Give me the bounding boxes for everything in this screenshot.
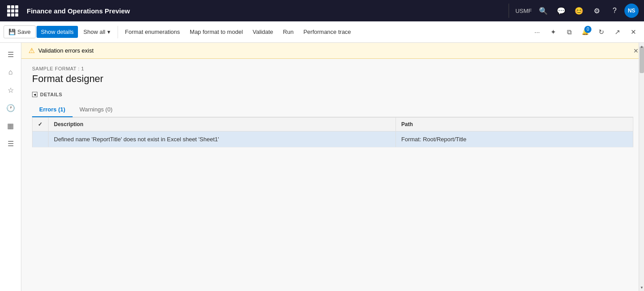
settings-nav-btn[interactable]: ⚙ xyxy=(589,3,605,19)
scrollbar-thumb[interactable] xyxy=(640,46,644,73)
action-bar: 💾 Save Show details Show all ▾ Format en… xyxy=(0,21,644,43)
scroll-up-button[interactable]: ▲ xyxy=(639,43,644,50)
sidebar-workspace-icon[interactable]: ▦ xyxy=(3,118,19,134)
validate-button[interactable]: Validate xyxy=(248,26,277,38)
sidebar-favorites-icon[interactable]: ☆ xyxy=(3,82,19,98)
warning-icon: ⚠ xyxy=(29,46,35,55)
map-format-button[interactable]: Map format to model xyxy=(185,26,247,38)
app-grid-menu[interactable] xyxy=(5,4,20,18)
notification-count: 0 xyxy=(584,26,591,33)
open-in-new-button[interactable]: ⧉ xyxy=(562,25,576,39)
table-header-row: ✓ Description Path xyxy=(33,118,633,131)
path-header: Path xyxy=(401,121,413,127)
top-nav-bar: Finance and Operations Preview USMF 🔍 💬 … xyxy=(0,0,644,21)
top-nav-right: USMF 🔍 💬 😊 ⚙ ? NS xyxy=(515,3,639,19)
app-title: Finance and Operations Preview xyxy=(23,7,502,15)
performance-trace-button[interactable]: Performance trace xyxy=(299,26,355,38)
sidebar-home-icon[interactable]: ⌂ xyxy=(3,64,19,80)
refresh-button[interactable]: ↻ xyxy=(594,25,608,39)
feedback-nav-btn[interactable]: 😊 xyxy=(571,3,587,19)
description-header: Description xyxy=(54,121,83,127)
validate-label: Validate xyxy=(253,29,273,35)
vertical-scrollbar[interactable]: ▲ ▼ xyxy=(639,43,644,291)
chevron-down-icon: ▾ xyxy=(107,29,110,35)
page-content: SAMPLE FORMAT : 1 Format designer ◄ DETA… xyxy=(21,59,644,160)
row-check-cell xyxy=(33,131,49,148)
banner-close-button[interactable]: ✕ xyxy=(633,47,639,54)
run-button[interactable]: Run xyxy=(278,26,298,38)
table-row[interactable]: Defined name 'ReportTitle' does not exis… xyxy=(33,131,633,148)
run-label: Run xyxy=(283,29,293,35)
help-nav-btn[interactable]: ? xyxy=(607,3,623,19)
collapse-icon: ◄ xyxy=(32,92,37,97)
show-all-button[interactable]: Show all ▾ xyxy=(79,26,114,38)
map-format-label: Map format to model xyxy=(190,29,243,35)
performance-trace-label: Performance trace xyxy=(303,29,351,35)
save-label: Save xyxy=(17,29,31,35)
checkmark-icon: ✓ xyxy=(38,121,42,127)
row-description-cell: Defined name 'ReportTitle' does not exis… xyxy=(49,131,396,148)
col-path: Path xyxy=(396,118,633,131)
show-details-label: Show details xyxy=(41,29,74,35)
personalize-button[interactable]: ✦ xyxy=(546,25,560,39)
validation-banner: ⚠ Validation errors exist ✕ xyxy=(21,43,644,59)
error-tabs: Errors (1) Warnings (0) xyxy=(32,102,633,117)
col-check: ✓ xyxy=(33,118,49,131)
notification-button[interactable]: 🔔 0 xyxy=(578,25,592,39)
format-enumerations-button[interactable]: Format enumerations xyxy=(121,26,185,38)
page-title: Format designer xyxy=(32,73,633,85)
grid-icon xyxy=(7,5,18,16)
col-description: Description xyxy=(49,118,396,131)
sidebar-list-icon[interactable]: ☰ xyxy=(3,135,19,152)
error-table: ✓ Description Path xyxy=(32,117,633,148)
row-path-cell: Format: Root/Report/Title xyxy=(396,131,633,148)
format-enumerations-label: Format enumerations xyxy=(125,29,180,35)
sidebar-menu-icon[interactable]: ☰ xyxy=(3,46,19,62)
user-avatar[interactable]: NS xyxy=(624,4,639,18)
comment-nav-btn[interactable]: 💬 xyxy=(553,3,569,19)
action-divider-1 xyxy=(118,26,118,38)
save-button[interactable]: 💾 Save xyxy=(4,25,36,38)
tab-errors[interactable]: Errors (1) xyxy=(32,102,73,117)
sidebar: ☰ ⌂ ☆ 🕐 ▦ ☰ xyxy=(0,43,21,291)
sidebar-recent-icon[interactable]: 🕐 xyxy=(3,100,19,116)
nav-divider xyxy=(509,4,509,18)
details-section: ◄ DETAILS Errors (1) Warnings (0) xyxy=(32,92,633,148)
save-icon: 💾 xyxy=(8,29,16,35)
env-label: USMF xyxy=(515,8,534,14)
tab-warnings-label: Warnings (0) xyxy=(80,106,113,113)
validation-banner-text: Validation errors exist xyxy=(38,47,94,54)
more-options-button[interactable]: ··· xyxy=(530,25,544,39)
search-nav-btn[interactable]: 🔍 xyxy=(535,3,551,19)
scroll-down-button[interactable]: ▼ xyxy=(639,284,644,291)
show-details-button[interactable]: Show details xyxy=(37,26,78,38)
close-button[interactable]: ✕ xyxy=(626,25,640,39)
main-layout: ☰ ⌂ ☆ 🕐 ▦ ☰ ⚠ Validation errors exist ✕ … xyxy=(0,43,644,291)
content-area: ⚠ Validation errors exist ✕ SAMPLE FORMA… xyxy=(21,43,644,291)
open-external-button[interactable]: ↗ xyxy=(610,25,624,39)
tab-errors-label: Errors (1) xyxy=(39,106,65,113)
show-all-label: Show all xyxy=(83,29,105,35)
details-label: DETAILS xyxy=(40,92,62,97)
tab-warnings[interactable]: Warnings (0) xyxy=(73,102,120,117)
details-header[interactable]: ◄ DETAILS xyxy=(32,92,633,97)
breadcrumb: SAMPLE FORMAT : 1 xyxy=(32,66,633,71)
action-bar-right: ··· ✦ ⧉ 🔔 0 ↻ ↗ ✕ xyxy=(530,25,640,39)
